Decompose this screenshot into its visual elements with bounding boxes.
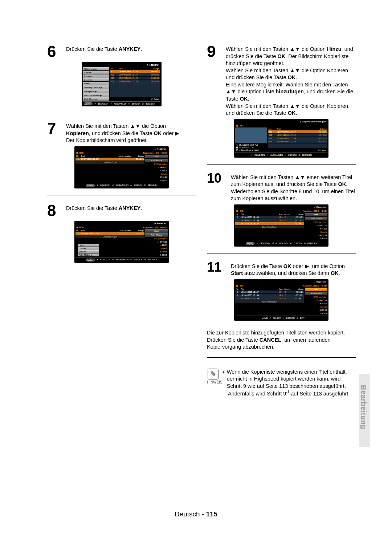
start-button[interactable]: Start xyxy=(305,288,327,291)
scr-title: Kopieren xyxy=(235,280,327,284)
meta-info: ▢18/JAN/2005 12:15 AV3 🕐18/Jan/2005 12:1… xyxy=(235,143,267,152)
side-tab: Bearbeitung xyxy=(359,374,370,447)
table-row[interactable]: 219/JAN/2005 13:15ALP ➞ HS00:15:21 xyxy=(235,294,304,297)
aufn-modus-button[interactable]: Aufn.-Modus xyxy=(305,292,327,295)
step-7-text: Wählen Sie mit den Tasten ▲▼ die Option … xyxy=(66,121,181,144)
scr6-col-header: Nr.TitelLänge xyxy=(110,67,160,70)
table-row[interactable]: 00118/JAN/2005 12:15A00:10:21 xyxy=(268,130,327,133)
popup-item[interactable]: Aufn.-Modus ▶ xyxy=(78,253,99,256)
step-8: 8 Drücken Sie die Taste ANYKEY. xyxy=(47,203,196,219)
screenshot-6-titlelist: Titelliste UmbenennenSchutzKopierenLösch… xyxy=(82,62,162,106)
menu-item[interactable]: Wiedergabeliste ▶ xyxy=(83,85,109,89)
scr6-footer: Anykey ✦BEWEGEN ⏎AUSWÄHLEN ↩ZURÜCK ⊘BEEN… xyxy=(83,101,160,105)
anykey-pill: Anykey xyxy=(86,184,95,187)
page-columns: 6 Drücken Sie die Taste ANYKEY. Titellis… xyxy=(47,44,356,398)
table-row[interactable]: 320/JAN/2005 15:15ALP ➞ HS00:30:21 xyxy=(235,222,304,225)
menu-item[interactable]: Schutz xyxy=(83,71,109,74)
menu-item[interactable]: Bearb. xyxy=(83,82,109,85)
thumbnail xyxy=(235,127,267,143)
table-row[interactable]: 00320/JAN/2005 12:15A00:20:15 xyxy=(110,77,160,80)
side-tab-label: Bearbeitung xyxy=(359,374,368,429)
after-11-text: Die zur Kopierliste hinzugefügten Titell… xyxy=(207,327,356,351)
menu-item[interactable]: Medium wählen ▶ xyxy=(83,93,109,97)
step-11-text: Drücken Sie die Taste OK oder ▶, um die … xyxy=(231,261,356,277)
anykey-pill: Anykey xyxy=(246,242,254,245)
page-footer: Deutsch - 115 xyxy=(0,510,392,518)
scr6-rows: 00118/JAN/2005 12:15A00:10:2100219/JAN/2… xyxy=(110,70,160,83)
step-number: 8 xyxy=(47,203,63,219)
table-row[interactable]: 320/JAN/2005 15:15ALP ➞ HS00:30:21 xyxy=(235,297,304,300)
right-column: 9 Wählen Sie mit den Tasten ▲▼ die Optio… xyxy=(207,44,356,398)
start-button[interactable]: Start xyxy=(145,229,168,233)
note-label: HINWEIS xyxy=(207,380,222,384)
scr6-side-menu: UmbenennenSchutzKopierenLöschenBearb.Wie… xyxy=(83,67,109,101)
separator xyxy=(47,195,196,195)
aufn-modus-button[interactable]: Aufn.-Modus xyxy=(145,233,168,237)
text: . xyxy=(140,46,142,52)
text: Drücken Sie die Taste xyxy=(66,46,119,52)
step-6-text: Drücken Sie die Taste ANYKEY. xyxy=(66,44,142,53)
popup-item[interactable]: Löschen xyxy=(78,247,99,250)
scr6-main: Nr.TitelLänge 00118/JAN/2005 12:15A00:10… xyxy=(110,67,160,101)
step-number: 10 xyxy=(207,172,228,185)
scr-title: Kopieren xyxy=(75,147,168,151)
key-anykey: ANYKEY xyxy=(119,46,140,52)
start-button[interactable]: Start xyxy=(145,155,168,158)
menu-item[interactable]: Umbenennen xyxy=(83,67,109,70)
popup-item[interactable]: Vorschau xyxy=(78,250,99,253)
screenshot-10-kopieren: Kopieren ▣ HDDKopieren : HDD ➞ DVD Nr.Ti… xyxy=(234,204,328,247)
menu-item[interactable]: Löschen xyxy=(83,78,109,81)
step-7: 7 Wählen Sie mit den Tasten ▲▼ die Optio… xyxy=(47,121,196,144)
step-9: 9 Wählen Sie mit den Tasten ▲▼ die Optio… xyxy=(207,44,356,117)
table-row[interactable]: 118/JAN/2005 12:15ALP ➞ HS00:10:21 xyxy=(235,291,304,293)
table-row[interactable]: 00425/JAN/2005 12:15A00:50:16 xyxy=(110,80,160,83)
step-8-text: Drücken Sie die Taste ANYKEY. xyxy=(66,203,142,212)
step-number: 9 xyxy=(207,44,223,60)
table-row[interactable]: 118/JAN/2005 12:15ALP ➞ HS00:10:21 xyxy=(75,232,144,235)
scr-title: Kopieren xyxy=(235,206,327,209)
menu-item[interactable]: Navigation ▶ xyxy=(83,89,109,93)
table-row[interactable]: 00320/JAN/2005 12:15A00:20:15 xyxy=(268,137,327,140)
page-indicator: 1/1 Seite xyxy=(110,97,160,101)
scr8-popup-menu: HinzuLöschenVorschauAufn.-Modus ▶ xyxy=(78,244,99,256)
separator xyxy=(207,164,356,165)
table-row[interactable]: 118/JAN/2005 12:15ALP ➞ HS00:10:21 xyxy=(75,158,144,161)
menu-item[interactable]: Kopieren xyxy=(83,74,109,78)
step-9-text: Wählen Sie mit den Tasten ▲▼ die Option … xyxy=(226,44,356,117)
popup-item[interactable]: Hinzu xyxy=(78,244,99,247)
menu-item[interactable]: Disk-Manager xyxy=(83,97,109,101)
separator xyxy=(47,113,196,113)
table-row[interactable]: 219/JAN/2005 13:15ALP ➞ HS00:15:21 xyxy=(235,219,304,222)
add-list-row[interactable]: Liste hinzufügen xyxy=(75,161,144,164)
step-10: 10 Wählen Sie mit den Tasten ▲▼ einen we… xyxy=(207,172,356,202)
step-10-text: Wählen Sie mit den Tasten ▲▼ einen weite… xyxy=(231,172,356,202)
table-row[interactable]: 00118/JAN/2005 12:15A00:10:21 xyxy=(110,70,160,73)
add-list-row[interactable]: Liste hinzufügen xyxy=(75,235,144,238)
table-row[interactable]: 118/JAN/2005 12:15ALP ➞ HS00:10:21 xyxy=(235,216,304,219)
page-indicator: 1/1 Seite xyxy=(268,148,327,152)
hinweis-note: ✎ HINWEIS ■Wenn die Kopierliste wenigste… xyxy=(207,369,356,398)
anykey-pill: Anykey xyxy=(86,259,95,261)
step-11: 11 Drücken Sie die Taste OK oder ▶, um d… xyxy=(207,261,356,277)
note-text: ■Wenn die Kopierliste wenigstens einen T… xyxy=(223,369,356,398)
screenshot-7-kopieren: Kopieren ▣ HDDKopieren : HDD ➞ DVD Nr.Ti… xyxy=(74,146,169,188)
table-row[interactable]: 00219/JAN/2005 12:15A00:40:03 xyxy=(268,134,327,137)
separator xyxy=(207,357,356,358)
screenshot-8-kopieren: Kopieren ▣ HDDKopieren : HDD ➞ DVD Nr.Ti… xyxy=(74,221,169,263)
step-number: 7 xyxy=(47,121,63,137)
aufn-modus-button[interactable]: Aufn.-Modus xyxy=(145,159,168,162)
anykey-pill: Anykey xyxy=(84,102,93,105)
screenshot-11-kopieren: Kopieren ▣ HDDKopieren : HDD ➞ DVD Nr.Ti… xyxy=(234,279,328,321)
scr-title: Kopieren xyxy=(75,222,168,226)
table-row[interactable]: 00425/JAN/2005 12:15A00:50:16 xyxy=(268,140,327,143)
aufn-modus-button[interactable]: Aufn.-Modus xyxy=(305,217,327,220)
scr-title: Titelliste xyxy=(83,63,160,67)
add-list-row[interactable]: Liste hinzufügen xyxy=(235,226,304,228)
left-column: 6 Drücken Sie die Taste ANYKEY. Titellis… xyxy=(47,44,196,398)
note-icon: ✎ HINWEIS xyxy=(207,369,219,384)
start-button[interactable]: Start xyxy=(305,213,327,216)
scr-title: Kopierliste hinzufügen xyxy=(235,120,327,124)
add-list-row[interactable]: Liste hinzufügen xyxy=(235,300,304,303)
table-row[interactable]: 00219/JAN/2005 12:15A00:40:03 xyxy=(110,73,160,76)
separator xyxy=(207,253,356,253)
